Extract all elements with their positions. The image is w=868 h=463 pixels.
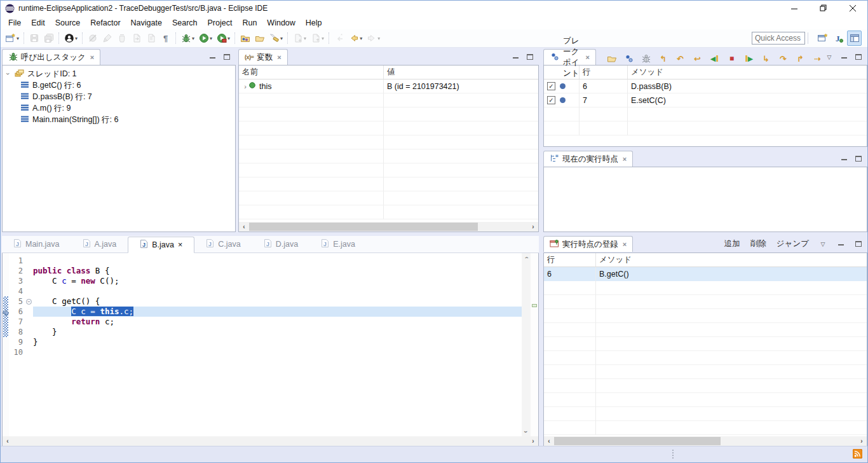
maximize-view-button[interactable]: [222, 52, 232, 62]
step-into-button[interactable]: ↳: [759, 52, 773, 65]
editor-tab-c-java[interactable]: JC.java: [194, 236, 252, 252]
next-annotation-button[interactable]: ▾: [290, 31, 308, 46]
chevron-collapsed-icon[interactable]: ›: [242, 83, 248, 90]
tab-current-point[interactable]: 現在の実行時点 ×: [543, 151, 633, 167]
code-area[interactable]: public class B { C c = new C(); C getC()…: [33, 253, 522, 436]
user-account-button[interactable]: ▾: [62, 31, 79, 46]
menu-item-navigate[interactable]: Navigate: [126, 17, 167, 29]
editor-tab-a-java[interactable]: JA.java: [71, 236, 128, 252]
scroll-left-icon[interactable]: ‹: [544, 438, 554, 445]
code-line[interactable]: [33, 286, 522, 296]
back-button[interactable]: ▾: [346, 31, 364, 46]
current-line-marker[interactable]: [532, 304, 537, 307]
registration-row[interactable]: 6B.getC(): [544, 267, 867, 281]
scroll-down-icon[interactable]: ›: [522, 431, 531, 432]
chevron-expanded-icon[interactable]: ›: [4, 71, 12, 77]
dropdown-arrow-icon[interactable]: ▾: [360, 36, 362, 41]
variable-row[interactable]: ›thisB (id = 2101973421): [239, 79, 538, 93]
new-wizard-button[interactable]: ▾: [3, 31, 21, 46]
column-header-method[interactable]: メソッド: [628, 66, 867, 79]
close-icon[interactable]: ×: [586, 53, 590, 61]
menu-item-run[interactable]: Run: [237, 17, 262, 29]
thread-node[interactable]: ›スレッドID: 1: [5, 68, 235, 79]
debug-button[interactable]: ▾: [179, 31, 196, 46]
code-line[interactable]: return c;: [33, 317, 522, 327]
delete-button[interactable]: 削除: [749, 238, 768, 249]
editor-tab-d-java[interactable]: JD.java: [252, 236, 309, 252]
dropdown-arrow-icon[interactable]: ▾: [304, 36, 306, 41]
scroll-right-icon[interactable]: ›: [857, 438, 867, 445]
stack-frame-item[interactable]: Main.main(String[]) 行: 6: [5, 114, 235, 125]
column-header-line[interactable]: 行: [544, 253, 596, 266]
scroll-right-icon[interactable]: ›: [528, 223, 538, 230]
minimize-view-button[interactable]: [207, 52, 217, 62]
step-return-button[interactable]: ↱: [794, 52, 807, 65]
variables-hscrollbar[interactable]: ‹ ›: [239, 222, 538, 232]
close-icon[interactable]: ×: [623, 155, 627, 163]
editor-hscrollbar[interactable]: ‹ ›: [3, 436, 538, 446]
maximize-view-button[interactable]: [853, 52, 864, 62]
stack-frame-item[interactable]: D.passB(B) 行: 7: [5, 91, 235, 102]
dropdown-arrow-icon[interactable]: ▾: [377, 36, 380, 41]
menu-item-project[interactable]: Project: [203, 17, 238, 29]
last-edit-button[interactable]: *: [332, 31, 346, 46]
menu-item-edit[interactable]: Edit: [26, 17, 50, 29]
dropdown-arrow-icon[interactable]: ▾: [322, 36, 324, 41]
format-brush-button[interactable]: [100, 31, 114, 46]
bug-gray-button[interactable]: [639, 52, 653, 65]
checkbox[interactable]: ✓: [547, 82, 555, 90]
jump-button[interactable]: ジャンプ: [775, 238, 810, 249]
menu-item-source[interactable]: Source: [50, 17, 86, 29]
tab-call-stack[interactable]: 呼び出しスタック ×: [2, 49, 100, 65]
code-line[interactable]: }: [33, 327, 522, 337]
save-all-button[interactable]: [41, 31, 56, 46]
minimize-view-button[interactable]: [836, 239, 846, 249]
code-line[interactable]: [33, 256, 522, 266]
code-line[interactable]: C getC() {: [33, 296, 522, 307]
forward-button[interactable]: ▾: [364, 31, 382, 46]
search-flashlight-button[interactable]: ▾: [267, 31, 285, 46]
code-line[interactable]: [33, 347, 522, 357]
fold-collapse-icon[interactable]: −: [26, 299, 32, 305]
code-line[interactable]: C c = new C();: [33, 276, 522, 286]
prev-annotation-button[interactable]: ▾: [308, 31, 326, 46]
column-header-name[interactable]: 名前: [239, 66, 384, 79]
restore-window-button[interactable]: [809, 1, 838, 16]
scroll-up-icon[interactable]: ›: [522, 256, 531, 258]
maximize-view-button[interactable]: [853, 154, 864, 164]
breakpoint-dots-button[interactable]: [622, 52, 635, 65]
jar-button[interactable]: [114, 31, 129, 46]
step-back-into-button[interactable]: ↰: [656, 52, 670, 65]
view-menu-icon[interactable]: ▽: [824, 52, 834, 62]
close-icon[interactable]: ×: [623, 240, 627, 248]
tab-breakpoints[interactable]: ブレークポイント ×: [543, 49, 596, 65]
tab-registration[interactable]: 実行時点の登録 ×: [543, 236, 633, 252]
column-header-line[interactable]: 行: [580, 66, 628, 79]
editor-tab-b-java[interactable]: JB.java×: [128, 237, 194, 253]
code-line[interactable]: }: [33, 337, 522, 347]
minimize-view-button[interactable]: [839, 154, 849, 164]
run-button[interactable]: ▾: [196, 31, 214, 46]
outline-doc-button[interactable]: [144, 31, 158, 46]
scroll-left-icon[interactable]: ‹: [3, 438, 13, 445]
quick-access-input[interactable]: [752, 32, 805, 45]
stack-frame-item[interactable]: B.getC() 行: 6: [5, 79, 235, 91]
editor-tab-e-java[interactable]: JE.java: [309, 236, 367, 252]
overview-ruler[interactable]: [531, 253, 538, 436]
dropdown-arrow-icon[interactable]: ▾: [210, 36, 212, 41]
scroll-right-icon[interactable]: ›: [528, 438, 538, 445]
editor-tab-main-java[interactable]: JMain.java: [2, 236, 71, 252]
editor-vscrollbar[interactable]: › ›: [522, 253, 531, 436]
maximize-view-button[interactable]: [525, 52, 535, 62]
run-to-line-button[interactable]: ⇢: [811, 52, 824, 65]
open-type-folder-button[interactable]: [238, 31, 252, 46]
skip-breakpoints-button[interactable]: [85, 31, 100, 46]
minimize-view-button[interactable]: [510, 52, 520, 62]
step-back-return-button[interactable]: ↩: [691, 52, 704, 65]
view-menu-icon[interactable]: ▽: [818, 239, 828, 249]
minimize-window-button[interactable]: [780, 1, 809, 16]
open-folder-button[interactable]: [605, 52, 618, 65]
minimize-view-button[interactable]: [839, 52, 849, 62]
breakpoint-row[interactable]: ✓7E.setC(C): [544, 93, 867, 107]
scroll-left-icon[interactable]: ‹: [239, 223, 249, 230]
